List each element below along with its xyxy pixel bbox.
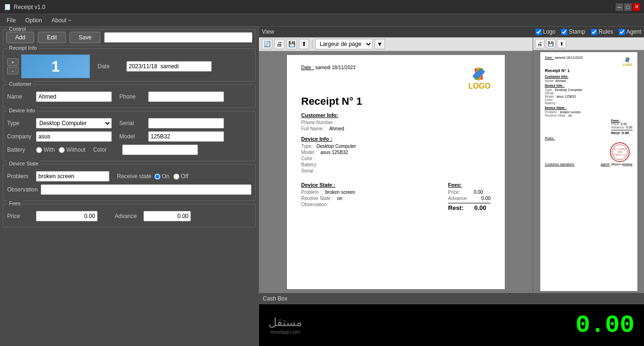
- mini-save-button[interactable]: 💾: [546, 39, 555, 48]
- mini-logo-text: LOGO: [623, 63, 633, 66]
- battery-without-label[interactable]: Without: [59, 146, 86, 153]
- mini-type-val: Desktop Computer: [555, 88, 582, 91]
- mini-export-button[interactable]: ⬆: [557, 39, 566, 48]
- battery-without-radio[interactable]: [59, 147, 65, 153]
- receipt-number-area: + - 1 Date: [7, 55, 251, 78]
- problem-row: Problem Receive state On Off: [7, 171, 251, 182]
- svg-text:NUMBER 1234: NUMBER 1234: [613, 154, 626, 156]
- mini-receive-row: Receive State : on: [545, 114, 633, 117]
- type-select[interactable]: Desktop Computer Laptop Phone Tablet: [36, 118, 112, 128]
- mini-model-lbl: Model :: [545, 95, 557, 98]
- rules-checkbox[interactable]: [591, 29, 597, 35]
- problem-input[interactable]: [36, 171, 109, 182]
- price-input[interactable]: [36, 211, 98, 221]
- edit-button[interactable]: Edit: [38, 32, 66, 43]
- app-title: Receipt v1.0: [14, 4, 45, 10]
- menu-option[interactable]: Option: [20, 14, 46, 27]
- on-label[interactable]: On: [154, 173, 170, 180]
- agent-checkbox[interactable]: [619, 29, 625, 35]
- doc-advance-val: 0.00: [472, 196, 491, 201]
- refresh-button[interactable]: 🔄: [262, 39, 272, 49]
- doc-battery-row: Battery:: [301, 162, 491, 167]
- receipt-doc-date: Date : samedi 18/11/2023: [301, 64, 356, 70]
- dropdown-button[interactable]: ▼: [375, 39, 385, 49]
- stamp-checkbox[interactable]: [561, 29, 567, 35]
- save-button[interactable]: Save: [70, 32, 100, 43]
- rules-checkbox-label[interactable]: Rules: [591, 28, 613, 35]
- mostaql-url: mostaql.com: [268, 329, 302, 335]
- logo-area: LOGO: [467, 64, 491, 91]
- fees-col: Fees: Price: 0.00 Advance: 0.00: [448, 178, 491, 212]
- serial-input[interactable]: [148, 118, 224, 128]
- off-radio[interactable]: [173, 173, 179, 180]
- save-doc-button[interactable]: 💾: [286, 39, 297, 49]
- print-button[interactable]: 🖨: [274, 39, 285, 49]
- menu-about[interactable]: About ~: [47, 14, 76, 27]
- battery-label: Battery: [7, 146, 33, 153]
- search-input[interactable]: [104, 32, 252, 43]
- name-input[interactable]: [36, 91, 112, 102]
- off-label[interactable]: Off: [173, 173, 188, 180]
- receipt-info-section: Receipt Info + - 1 Date: [3, 48, 256, 82]
- logo-checkbox-label[interactable]: Logo: [536, 28, 556, 35]
- page-width-select[interactable]: Largeur de page Ajuster à la page 100%: [315, 39, 373, 49]
- device-state-doc-title: Device State :: [301, 182, 355, 188]
- receipt-number-display: 1: [21, 55, 90, 78]
- cashbox-header: Cash Box: [259, 293, 644, 304]
- model-input[interactable]: [148, 131, 224, 142]
- mini-title: Receipt N° 1: [545, 68, 633, 73]
- battery-with-label[interactable]: With: [36, 146, 55, 153]
- doc-receive-label: Receive State :: [301, 196, 333, 201]
- stamp-checkbox-label[interactable]: Stamp: [561, 28, 585, 35]
- on-radio[interactable]: [154, 173, 161, 180]
- mini-rest-val: 0.00: [622, 131, 629, 135]
- mini-content[interactable]: Date : samedi 18/11/2023 LOG: [533, 50, 644, 293]
- mini-sig-label: Customer signature:: [545, 163, 575, 166]
- mini-print-button[interactable]: 🖨: [535, 39, 545, 48]
- titlebar-left: 🧾 Receipt v1.0: [4, 4, 45, 10]
- phone-input[interactable]: [148, 91, 224, 102]
- battery-radio-group: With Without: [36, 146, 86, 153]
- logo-checkbox[interactable]: [536, 29, 542, 35]
- view-content[interactable]: Date : samedi 18/11/2023: [259, 51, 533, 293]
- state-fees-row: Device State : Problem : broken screen R…: [301, 178, 491, 212]
- color-input[interactable]: [122, 145, 198, 155]
- doc-model-label: Model :: [301, 150, 317, 155]
- mini-color-row: Color :: [545, 98, 633, 101]
- export-button[interactable]: ⬆: [299, 39, 309, 49]
- mini-advance-row: Advance: 0.00: [611, 126, 633, 129]
- fullname-row: Full Name : Ahmed: [301, 126, 491, 131]
- date-input[interactable]: [126, 61, 212, 72]
- mini-advance-lbl: Advance:: [611, 126, 625, 129]
- receive-state-radio-group: On Off: [154, 173, 188, 180]
- logo-svg: [467, 64, 491, 81]
- menu-file[interactable]: File: [2, 14, 20, 27]
- mini-preview: 🖨 💾 ⬆ Date : samedi 18/11/2023: [533, 37, 644, 293]
- cashbox-content: مستقل mostaql.com 0.00: [259, 304, 644, 346]
- mostaql-branding: مستقل mostaql.com: [268, 316, 302, 335]
- svg-text:NAME: NAME: [617, 151, 623, 153]
- doc-type-row: Type: Desktop Computer: [301, 144, 491, 149]
- increment-button[interactable]: +: [7, 58, 18, 66]
- company-input[interactable]: [36, 131, 112, 142]
- mini-price-val: 0.00: [621, 122, 627, 126]
- decrement-button[interactable]: -: [7, 67, 18, 74]
- mini-fees-area: Fees: Price: 0.00 Advance: 0.00: [545, 119, 633, 135]
- observation-label: Observation: [7, 186, 38, 193]
- receipt-info-title: Receipt Info: [7, 45, 39, 51]
- add-button[interactable]: Add: [6, 32, 34, 43]
- observation-row: Observation: [7, 184, 251, 195]
- mini-price-lbl: Price:: [611, 122, 620, 126]
- type-label: Type: [7, 120, 33, 127]
- minimize-button[interactable]: ─: [616, 3, 623, 11]
- maximize-button[interactable]: □: [624, 3, 632, 11]
- name-label: Name: [7, 93, 33, 100]
- phone-label: Phone: [119, 93, 145, 100]
- agent-checkbox-label[interactable]: Agent: [619, 28, 641, 35]
- mini-problem-row: Problem : broken screen: [545, 110, 633, 114]
- observation-input[interactable]: [41, 184, 251, 195]
- battery-with-radio[interactable]: [36, 147, 42, 153]
- close-button[interactable]: ✕: [633, 3, 640, 11]
- doc-obs-row: Observation:: [301, 202, 355, 207]
- advance-input[interactable]: [143, 211, 191, 221]
